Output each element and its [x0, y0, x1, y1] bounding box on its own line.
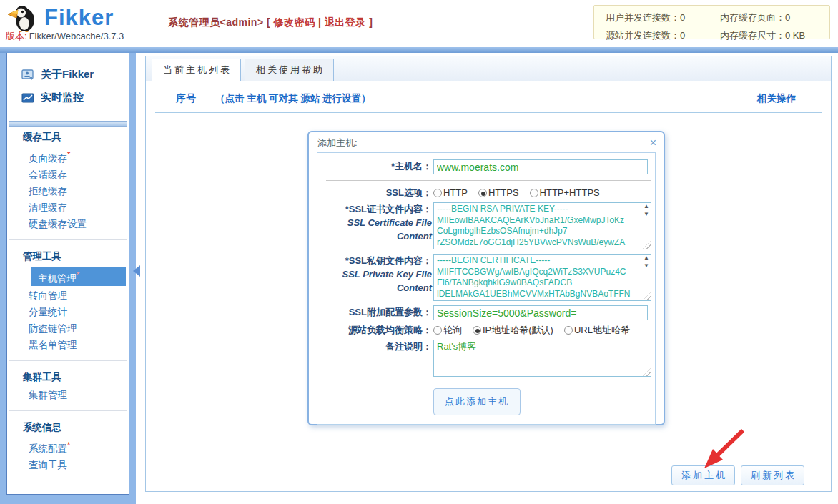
section-title: 管理工具	[7, 247, 129, 266]
sidebar-section-cache: 缓存工具 页面缓存* 会话缓存 拒绝缓存 清理缓存 硬盘缓存设置	[7, 128, 129, 232]
section-divider	[9, 239, 127, 240]
form-separator	[326, 180, 651, 181]
sidebar-item-hotlink-manage[interactable]: 防盗链管理	[7, 320, 129, 337]
add-host-dialog: 添加主机: × *主机名： SSL选项： HTTP HTTPS HTTP+HTT…	[307, 131, 665, 425]
section-title: 缓存工具	[7, 128, 129, 147]
cert-label: *SSL证书文件内容： SSL Certificate File Content	[317, 202, 432, 249]
sidebar-item-system-config[interactable]: 系统配置*	[7, 437, 129, 457]
version-label: 版本:	[6, 31, 27, 41]
change-password-link[interactable]: 修改密码	[274, 16, 315, 28]
sidebar-section-system: 系统信息 系统配置* 查询工具	[7, 418, 129, 473]
hostname-label: *主机名：	[317, 159, 432, 174]
sidebar-item-redirect-manage[interactable]: 转向管理	[7, 287, 129, 304]
cert-sublabel: SSL Certificate File Content	[317, 216, 432, 243]
sidebar-item-cluster-manage[interactable]: 集群管理	[7, 387, 129, 403]
radio-http[interactable]: HTTP	[433, 186, 468, 199]
radio-ip-hash[interactable]: IP地址哈希(默认)	[473, 323, 553, 337]
stats-box: 用户并发连接数：0 内存缓存页面：0 源站并发连接数：0 内存缓存尺寸：0 KB	[593, 5, 830, 39]
section-divider	[9, 410, 127, 411]
bracket-open: [	[267, 16, 270, 28]
sidebar-item-label: 实时监控	[41, 91, 84, 104]
scroll-down-icon[interactable]: ▼	[644, 210, 649, 218]
scroll-up-icon[interactable]: ▲	[644, 202, 649, 210]
sidebar-item-query-tool[interactable]: 查询工具	[7, 457, 129, 473]
sidebar-splitter-bar[interactable]	[9, 121, 127, 127]
sidebar-item-label: 关于Fikker	[41, 68, 94, 81]
close-icon[interactable]: ×	[650, 137, 656, 149]
ssl-params-label: SSL附加配置参数：	[317, 305, 432, 320]
about-icon	[21, 69, 34, 81]
section-title: 集群工具	[7, 368, 129, 387]
column-actions: 相关操作	[757, 92, 796, 105]
tab-strip: 当前主机列表 相关使用帮助	[146, 56, 831, 81]
sidebar-item-disk-cache-settings[interactable]: 硬盘缓存设置	[7, 216, 129, 232]
section-divider	[9, 360, 127, 361]
pipe-divider: |	[318, 16, 321, 28]
key-sublabel: SSL Private Key File Content	[317, 267, 432, 295]
app-logo: Fikker	[7, 3, 114, 33]
stat-origin-connections: 源站并发连接数：0	[606, 29, 720, 42]
header-divider-bar	[0, 47, 838, 53]
radio-http-https[interactable]: HTTP+HTTPS	[530, 186, 600, 199]
sidebar-item-about[interactable]: 关于Fikker	[21, 68, 129, 81]
sidebar-item-host-manage[interactable]: 主机管理*	[31, 267, 126, 287]
add-host-button[interactable]: 添加主机	[671, 465, 735, 485]
radio-round-robin[interactable]: 轮询	[433, 323, 462, 337]
required-flag: *	[67, 150, 70, 159]
required-flag: *	[67, 440, 70, 449]
add-host-form: *主机名： SSL选项： HTTP HTTPS HTTP+HTTPS *SSL证…	[317, 152, 656, 425]
cert-content-textarea[interactable]: -----BEGIN RSA PRIVATE KEY----- MIIEowIB…	[433, 202, 651, 249]
bracket-close: ]	[369, 16, 373, 28]
sidebar-section-cluster: 集群工具 集群管理	[7, 368, 129, 403]
refresh-list-button[interactable]: 刷新列表	[741, 465, 804, 485]
toucan-logo-icon	[7, 3, 39, 33]
sidebar-item-blacklist-manage[interactable]: 黑名单管理	[7, 337, 129, 353]
tab-current-host-list[interactable]: 当前主机列表	[152, 59, 241, 81]
column-index: 序号	[176, 92, 197, 105]
ssl-params-input[interactable]	[433, 305, 648, 320]
logout-link[interactable]: 退出登录	[325, 16, 366, 28]
dialog-title: 添加主机:	[317, 137, 358, 149]
stat-cache-size: 内存缓存尺寸：0 KB	[720, 29, 829, 42]
tab-help[interactable]: 相关使用帮助	[245, 59, 334, 81]
scroll-down-icon[interactable]: ▼	[644, 262, 649, 270]
submit-add-host-button[interactable]: 点此添加主机	[433, 388, 521, 415]
key-content-textarea[interactable]: -----BEGIN CERTIFICATE----- MIIFfTCCBGWg…	[433, 254, 651, 301]
stat-cached-pages: 内存缓存页面：0	[720, 11, 829, 24]
radio-url-hash[interactable]: URL地址哈希	[564, 323, 630, 337]
stat-user-connections: 用户并发连接数：0	[606, 11, 720, 24]
admin-bar: 系统管理员<admin> [ 修改密码 | 退出登录 ]	[168, 16, 373, 29]
ssl-option-label: SSL选项：	[317, 186, 432, 199]
sidebar-item-session-cache[interactable]: 会话缓存	[7, 167, 129, 183]
sidebar-item-page-cache[interactable]: 页面缓存*	[7, 147, 129, 167]
balance-label: 源站负载均衡策略：	[317, 323, 432, 337]
sidebar-item-monitor[interactable]: 实时监控	[21, 91, 129, 104]
sidebar-section-manage: 管理工具 主机管理* 转向管理 分量统计 防盗链管理 黑名单管理	[7, 247, 129, 354]
sidebar-item-clear-cache[interactable]: 清理缓存	[7, 199, 129, 216]
sidebar: 关于Fikker 实时监控 缓存工具 页面缓存* 会话缓存 拒绝缓存 清理缓存 …	[6, 53, 129, 495]
note-label: 备注说明：	[317, 340, 432, 377]
radio-https[interactable]: HTTPS	[478, 186, 519, 199]
scroll-up-icon[interactable]: ▲	[644, 254, 649, 262]
sidebar-frame: 关于Fikker 实时监控 缓存工具 页面缓存* 会话缓存 拒绝缓存 清理缓存 …	[0, 53, 136, 504]
key-label: *SSL私钥文件内容： SSL Private Key File Content	[317, 254, 432, 301]
column-hint: （点击 主机 可对其 源站 进行设置）	[215, 92, 371, 105]
section-title: 系统信息	[7, 418, 129, 437]
version-value: Fikker/Webcache/3.7.3	[29, 31, 124, 41]
sidebar-collapse-icon[interactable]	[133, 265, 140, 277]
hostname-input[interactable]	[433, 159, 648, 174]
monitor-chart-icon	[21, 92, 34, 104]
note-textarea[interactable]: Rat's博客	[433, 340, 651, 377]
host-table-header: 序号 （点击 主机 可对其 源站 进行设置） 相关操作	[155, 81, 822, 113]
sidebar-item-reject-cache[interactable]: 拒绝缓存	[7, 183, 129, 199]
version-line: 版本:Fikker/Webcache/3.7.3	[6, 30, 124, 43]
admin-name: 系统管理员<admin>	[168, 16, 264, 28]
logo-wordmark: Fikker	[44, 5, 114, 31]
required-flag: *	[77, 270, 79, 279]
sidebar-item-traffic-stats[interactable]: 分量统计	[7, 304, 129, 320]
